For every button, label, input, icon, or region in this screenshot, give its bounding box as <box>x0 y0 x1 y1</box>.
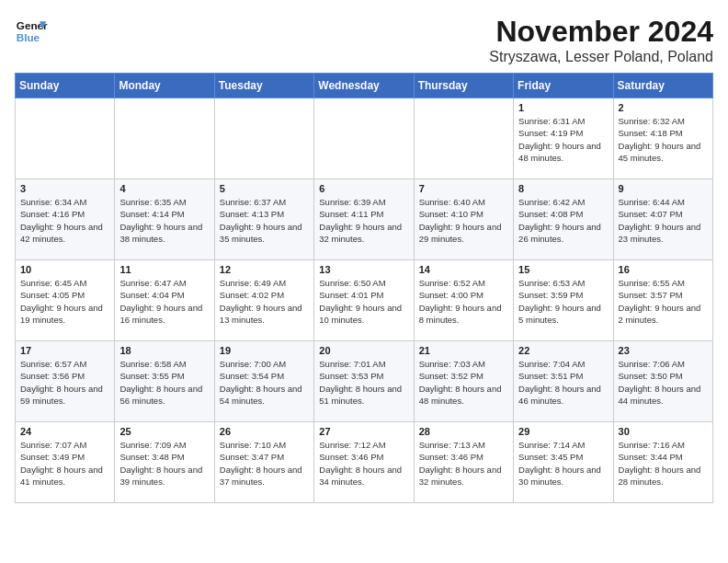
calendar-cell <box>115 98 214 179</box>
weekday-header: Saturday <box>613 74 712 98</box>
calendar-cell: 2Sunrise: 6:32 AM Sunset: 4:18 PM Daylig… <box>613 98 712 179</box>
day-number: 20 <box>319 345 408 356</box>
day-number: 6 <box>319 183 408 194</box>
location-subtitle: Stryszawa, Lesser Poland, Poland <box>489 49 713 65</box>
day-number: 27 <box>319 426 408 437</box>
day-number: 30 <box>619 426 708 437</box>
calendar-cell: 18Sunrise: 6:58 AM Sunset: 3:55 PM Dayli… <box>115 341 214 422</box>
day-content: Sunrise: 6:39 AM Sunset: 4:11 PM Dayligh… <box>319 196 408 245</box>
day-number: 12 <box>220 264 309 275</box>
day-content: Sunrise: 6:35 AM Sunset: 4:14 PM Dayligh… <box>119 196 209 245</box>
day-number: 25 <box>119 426 209 437</box>
day-content: Sunrise: 6:31 AM Sunset: 4:19 PM Dayligh… <box>518 115 608 164</box>
page-header: General Blue November 2024 Stryszawa, Le… <box>15 15 713 65</box>
weekday-header: Monday <box>115 74 214 98</box>
day-content: Sunrise: 6:40 AM Sunset: 4:10 PM Dayligh… <box>419 196 508 245</box>
calendar-cell: 26Sunrise: 7:10 AM Sunset: 3:47 PM Dayli… <box>214 422 313 503</box>
calendar-cell: 16Sunrise: 6:55 AM Sunset: 3:57 PM Dayli… <box>613 260 712 341</box>
calendar-table: SundayMondayTuesdayWednesdayThursdayFrid… <box>15 73 713 503</box>
calendar-cell: 28Sunrise: 7:13 AM Sunset: 3:46 PM Dayli… <box>414 422 513 503</box>
day-content: Sunrise: 6:52 AM Sunset: 4:00 PM Dayligh… <box>419 277 508 326</box>
calendar-cell: 23Sunrise: 7:06 AM Sunset: 3:50 PM Dayli… <box>613 341 712 422</box>
day-number: 14 <box>419 264 508 275</box>
weekday-header: Friday <box>514 74 613 98</box>
day-content: Sunrise: 6:58 AM Sunset: 3:55 PM Dayligh… <box>119 358 209 407</box>
day-content: Sunrise: 7:12 AM Sunset: 3:46 PM Dayligh… <box>319 439 408 488</box>
day-number: 3 <box>20 183 109 194</box>
day-content: Sunrise: 6:37 AM Sunset: 4:13 PM Dayligh… <box>220 196 309 245</box>
calendar-cell: 20Sunrise: 7:01 AM Sunset: 3:53 PM Dayli… <box>314 341 414 422</box>
calendar-cell: 24Sunrise: 7:07 AM Sunset: 3:49 PM Dayli… <box>16 422 115 503</box>
day-content: Sunrise: 7:09 AM Sunset: 3:48 PM Dayligh… <box>119 439 209 488</box>
calendar-cell: 4Sunrise: 6:35 AM Sunset: 4:14 PM Daylig… <box>115 179 214 260</box>
day-content: Sunrise: 6:50 AM Sunset: 4:01 PM Dayligh… <box>319 277 408 326</box>
day-content: Sunrise: 7:07 AM Sunset: 3:49 PM Dayligh… <box>20 439 109 488</box>
weekday-header: Sunday <box>16 74 115 98</box>
day-number: 23 <box>619 345 708 356</box>
calendar-cell: 7Sunrise: 6:40 AM Sunset: 4:10 PM Daylig… <box>414 179 513 260</box>
day-content: Sunrise: 6:32 AM Sunset: 4:18 PM Dayligh… <box>619 115 708 164</box>
day-number: 22 <box>518 345 608 356</box>
day-content: Sunrise: 6:49 AM Sunset: 4:02 PM Dayligh… <box>220 277 309 326</box>
day-number: 8 <box>518 183 608 194</box>
day-number: 28 <box>419 426 508 437</box>
title-block: November 2024 Stryszawa, Lesser Poland, … <box>489 15 713 65</box>
calendar-cell: 9Sunrise: 6:44 AM Sunset: 4:07 PM Daylig… <box>613 179 712 260</box>
calendar-cell: 15Sunrise: 6:53 AM Sunset: 3:59 PM Dayli… <box>514 260 613 341</box>
calendar-cell: 22Sunrise: 7:04 AM Sunset: 3:51 PM Dayli… <box>514 341 613 422</box>
day-number: 17 <box>20 345 109 356</box>
day-content: Sunrise: 6:57 AM Sunset: 3:56 PM Dayligh… <box>20 358 109 407</box>
day-number: 7 <box>419 183 508 194</box>
weekday-header: Tuesday <box>214 74 313 98</box>
calendar-cell: 10Sunrise: 6:45 AM Sunset: 4:05 PM Dayli… <box>16 260 115 341</box>
calendar-cell: 19Sunrise: 7:00 AM Sunset: 3:54 PM Dayli… <box>214 341 313 422</box>
calendar-cell: 11Sunrise: 6:47 AM Sunset: 4:04 PM Dayli… <box>115 260 214 341</box>
logo-icon: General Blue <box>15 15 48 48</box>
day-content: Sunrise: 6:44 AM Sunset: 4:07 PM Dayligh… <box>619 196 708 245</box>
day-content: Sunrise: 6:55 AM Sunset: 3:57 PM Dayligh… <box>619 277 708 326</box>
calendar-cell <box>414 98 513 179</box>
day-content: Sunrise: 7:14 AM Sunset: 3:45 PM Dayligh… <box>518 439 608 488</box>
calendar-cell: 8Sunrise: 6:42 AM Sunset: 4:08 PM Daylig… <box>514 179 613 260</box>
calendar-cell: 3Sunrise: 6:34 AM Sunset: 4:16 PM Daylig… <box>16 179 115 260</box>
day-number: 11 <box>119 264 209 275</box>
calendar-cell: 25Sunrise: 7:09 AM Sunset: 3:48 PM Dayli… <box>115 422 214 503</box>
calendar-cell <box>314 98 414 179</box>
day-number: 18 <box>119 345 209 356</box>
day-number: 13 <box>319 264 408 275</box>
calendar-cell: 6Sunrise: 6:39 AM Sunset: 4:11 PM Daylig… <box>314 179 414 260</box>
weekday-header: Thursday <box>414 74 513 98</box>
day-number: 24 <box>20 426 109 437</box>
day-content: Sunrise: 6:34 AM Sunset: 4:16 PM Dayligh… <box>20 196 109 245</box>
calendar-cell: 30Sunrise: 7:16 AM Sunset: 3:44 PM Dayli… <box>613 422 712 503</box>
day-number: 21 <box>419 345 508 356</box>
day-content: Sunrise: 7:01 AM Sunset: 3:53 PM Dayligh… <box>319 358 408 407</box>
calendar-cell: 14Sunrise: 6:52 AM Sunset: 4:00 PM Dayli… <box>414 260 513 341</box>
day-content: Sunrise: 6:42 AM Sunset: 4:08 PM Dayligh… <box>518 196 608 245</box>
calendar-cell: 13Sunrise: 6:50 AM Sunset: 4:01 PM Dayli… <box>314 260 414 341</box>
day-content: Sunrise: 7:00 AM Sunset: 3:54 PM Dayligh… <box>220 358 309 407</box>
day-content: Sunrise: 7:04 AM Sunset: 3:51 PM Dayligh… <box>518 358 608 407</box>
calendar-cell <box>16 98 115 179</box>
weekday-header: Wednesday <box>314 74 414 98</box>
day-number: 5 <box>220 183 309 194</box>
calendar-cell: 29Sunrise: 7:14 AM Sunset: 3:45 PM Dayli… <box>514 422 613 503</box>
day-content: Sunrise: 7:03 AM Sunset: 3:52 PM Dayligh… <box>419 358 508 407</box>
day-number: 15 <box>518 264 608 275</box>
day-number: 19 <box>220 345 309 356</box>
day-content: Sunrise: 7:06 AM Sunset: 3:50 PM Dayligh… <box>619 358 708 407</box>
day-number: 16 <box>619 264 708 275</box>
calendar-cell: 17Sunrise: 6:57 AM Sunset: 3:56 PM Dayli… <box>16 341 115 422</box>
day-number: 2 <box>619 102 708 113</box>
calendar-cell: 12Sunrise: 6:49 AM Sunset: 4:02 PM Dayli… <box>214 260 313 341</box>
day-number: 26 <box>220 426 309 437</box>
day-number: 4 <box>119 183 209 194</box>
day-content: Sunrise: 7:10 AM Sunset: 3:47 PM Dayligh… <box>220 439 309 488</box>
day-content: Sunrise: 6:53 AM Sunset: 3:59 PM Dayligh… <box>518 277 608 326</box>
logo: General Blue <box>15 15 48 48</box>
calendar-cell: 5Sunrise: 6:37 AM Sunset: 4:13 PM Daylig… <box>214 179 313 260</box>
day-content: Sunrise: 7:13 AM Sunset: 3:46 PM Dayligh… <box>419 439 508 488</box>
day-number: 9 <box>619 183 708 194</box>
day-number: 10 <box>20 264 109 275</box>
calendar-cell: 27Sunrise: 7:12 AM Sunset: 3:46 PM Dayli… <box>314 422 414 503</box>
